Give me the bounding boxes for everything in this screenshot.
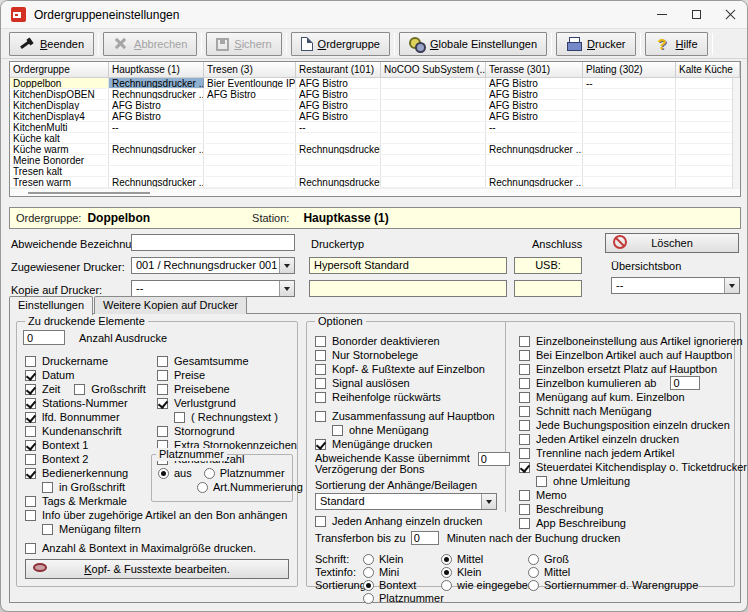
checkbox-jede-buchungsposition-einzeln-drucken[interactable] — [519, 420, 530, 431]
checkbox-label-bei-einzelbon-artikel-auch-auf-hauptbon[interactable]: Bei Einzelbon Artikel auch auf Hauptbon — [536, 349, 732, 361]
radio-option-mini[interactable]: Mini — [363, 566, 441, 578]
table-cell[interactable] — [676, 111, 740, 121]
radio-option-bontext[interactable]: Bontext — [363, 579, 441, 591]
checkbox-label-in-gro-schrift[interactable]: in Großschrift — [59, 481, 125, 493]
sortierung-anhaenge-combo[interactable]: Standard — [315, 493, 497, 510]
checkbox-steuerdatei-kitchendisplay-o-ticketdrucker[interactable] — [519, 462, 530, 473]
radio-platznummer[interactable] — [204, 468, 215, 479]
table-cell[interactable] — [296, 166, 381, 176]
column-header-plating-302[interactable]: Plating (302) — [583, 62, 676, 77]
checkbox-einzelboneinstellung-aus-artikel-ignorieren[interactable] — [519, 336, 530, 347]
table-cell[interactable]: Bier Eventlounge IP:... — [204, 78, 296, 88]
checkbox-trennline-nach-jedem-artikel[interactable] — [519, 448, 530, 459]
sortierung-anhaenge-dropdown-button[interactable] — [481, 494, 496, 509]
checkbox-bontext-2[interactable] — [25, 454, 36, 465]
checkbox-label-kundenanschrift[interactable]: Kundenanschrift — [42, 425, 122, 437]
table-cell[interactable] — [204, 133, 296, 143]
checkbox-tags-merkmale[interactable] — [25, 496, 36, 507]
table-cell[interactable]: Rechnungsdrucker ... — [296, 144, 381, 154]
table-cell[interactable] — [676, 78, 740, 88]
table-cell[interactable] — [486, 133, 583, 143]
table-cell[interactable] — [381, 144, 486, 154]
checkbox-label-gro-schrift[interactable]: Großschrift — [91, 383, 145, 395]
radio-label-mittel[interactable]: Mittel — [457, 553, 483, 565]
tab-einstellungen[interactable]: Einstellungen — [9, 296, 93, 315]
ordergruppe-button[interactable]: Ordergruppe — [291, 32, 390, 56]
checkbox-einzelbon-kumulieren-ab[interactable] — [519, 378, 530, 389]
checkbox-stornogrund[interactable] — [157, 426, 168, 437]
table-cell[interactable]: Tresen kalt — [10, 166, 109, 176]
checkbox-schnitt-nach-men-gang[interactable] — [519, 406, 530, 417]
kopie-auf-drucker-combo[interactable]: -- — [131, 280, 295, 297]
column-header-nocoo-subsystem[interactable]: NoCOO SubSystem (... — [381, 62, 486, 77]
radio-sortiernummer-d-warengruppe[interactable] — [528, 580, 539, 591]
radio-platznummer-label[interactable]: Platznummer — [220, 467, 285, 479]
checkbox-label-stations-nummer[interactable]: Stations-Nummer — [42, 397, 128, 409]
checkbox-label-ohne-umleitung[interactable]: ohne Umleitung — [553, 475, 630, 487]
column-header-ordergruppe[interactable]: Ordergruppe — [10, 62, 109, 77]
kopie-auf-drucker-dropdown-button[interactable] — [279, 281, 294, 296]
radio-mittel[interactable] — [528, 567, 539, 578]
table-cell[interactable]: AFG Bistro — [486, 78, 583, 88]
table-cell[interactable]: AFG Bistro — [109, 111, 204, 121]
table-cell[interactable] — [109, 133, 204, 143]
radio-klein[interactable] — [363, 554, 374, 565]
radio-art-nummerierung-label[interactable]: Art.Nummerierung — [213, 481, 303, 493]
radio-option-klein[interactable]: Klein — [441, 566, 528, 578]
checkbox-signal-ausl-sen[interactable] — [315, 378, 326, 389]
beenden-button[interactable]: Beenden — [9, 32, 94, 56]
minimize-button[interactable] — [645, 1, 679, 28]
table-cell[interactable] — [486, 155, 583, 165]
table-cell[interactable]: Rechnungsdrucker ... — [109, 177, 204, 187]
checkbox-kopf-fu-texte-auf-einzelbon[interactable] — [315, 364, 326, 375]
checkbox-label-stornogrund[interactable]: Stornogrund — [174, 425, 235, 437]
checkbox-label-druckername[interactable]: Druckername — [42, 355, 108, 367]
table-cell[interactable] — [583, 177, 676, 187]
table-cell[interactable] — [583, 155, 676, 165]
table-cell[interactable] — [676, 122, 740, 132]
checkbox-label-zeit[interactable]: Zeit — [42, 383, 60, 395]
checkbox-lfd-bonnummer[interactable] — [25, 412, 36, 423]
checkbox-jeden-artikel-einzeln-drucken[interactable] — [519, 434, 530, 445]
table-cell[interactable] — [676, 177, 740, 187]
checkbox-zusammenfassung-auf-hauptbon[interactable] — [315, 411, 326, 422]
checkbox-gro-schrift[interactable] — [74, 384, 85, 395]
table-cell[interactable]: -- — [109, 122, 204, 132]
radio-gro[interactable] — [528, 554, 539, 565]
checkbox-label-preise[interactable]: Preise — [174, 369, 205, 381]
checkbox-preise[interactable] — [157, 370, 168, 381]
table-cell[interactable]: Rechnungsdrucker ... — [486, 177, 583, 187]
table-cell[interactable] — [296, 133, 381, 143]
checkbox-in-gro-schrift[interactable] — [42, 482, 53, 493]
table-cell[interactable]: AFG Bistro — [486, 89, 583, 99]
table-cell[interactable]: KitchenDispOBEN — [10, 89, 109, 99]
table-cell[interactable] — [381, 100, 486, 110]
checkbox-druckername[interactable] — [25, 356, 36, 367]
table-cell[interactable] — [296, 155, 381, 165]
checkbox-rechnungstext[interactable] — [174, 412, 185, 423]
table-cell[interactable] — [583, 166, 676, 176]
checkbox-label-jede-buchungsposition-einzeln-drucken[interactable]: Jede Buchungsposition einzeln drucken — [536, 419, 730, 431]
checkbox-men-g-nge-drucken[interactable] — [315, 439, 326, 450]
table-cell[interactable]: Rechnungsdrucker ... — [109, 89, 204, 99]
table-cell[interactable] — [486, 166, 583, 176]
radio-klein[interactable] — [441, 567, 452, 578]
radio-label-wie-eingegeben[interactable]: wie eingegeben — [457, 579, 534, 591]
table-cell[interactable] — [676, 100, 740, 110]
uebersichtsbon-combo[interactable]: -- — [611, 277, 740, 294]
checkbox-label-kopf-fu-texte-auf-einzelbon[interactable]: Kopf- & Fußtexte auf Einzelbon — [332, 363, 485, 375]
radio-option-platznummer[interactable]: Platznummer — [363, 592, 441, 604]
checkbox-gesamtsumme[interactable] — [157, 356, 168, 367]
checkbox-label-ohne-men-gang[interactable]: ohne Menügang — [349, 424, 429, 436]
table-cell[interactable] — [204, 122, 296, 132]
jeden-anhang-label[interactable]: Jeden Anhang einzeln drucken — [332, 515, 482, 527]
table-cell[interactable] — [109, 155, 204, 165]
table-cell[interactable]: Doppelbon — [10, 78, 109, 88]
column-header-restaurant-101[interactable]: Restaurant (101) — [296, 62, 381, 77]
zugewiesener-drucker-dropdown-button[interactable] — [279, 258, 294, 273]
transferbon-input[interactable] — [411, 531, 439, 545]
table-cell[interactable] — [676, 144, 740, 154]
checkbox-memo[interactable] — [519, 490, 530, 501]
checkbox-label-jeden-artikel-einzeln-drucken[interactable]: Jeden Artikel einzeln drucken — [536, 433, 679, 445]
table-cell[interactable] — [676, 155, 740, 165]
